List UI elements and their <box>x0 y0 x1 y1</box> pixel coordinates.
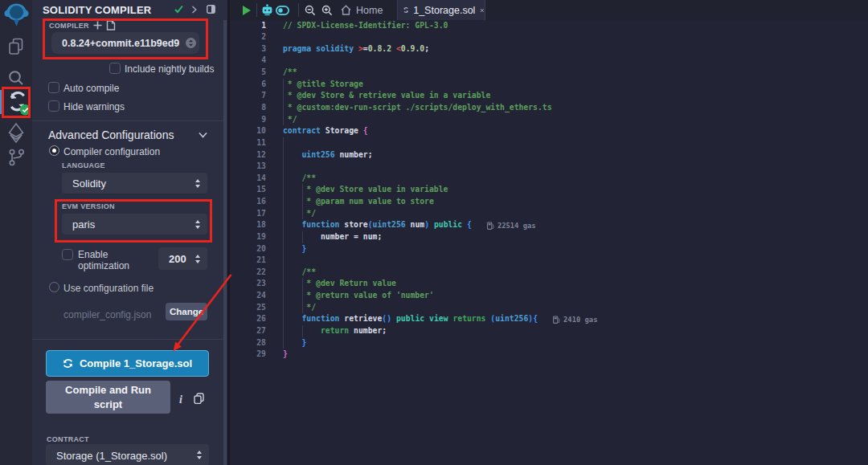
run-script-icon[interactable] <box>242 0 252 20</box>
code-line: contract Storage { <box>283 125 368 137</box>
line-number: 29 <box>230 349 266 361</box>
code-line: // SPDX-License-Identifier: GPL-3.0 <box>283 20 448 32</box>
code-editor[interactable]: 1// SPDX-License-Identifier: GPL-3.023pr… <box>230 20 868 465</box>
line-number: 9 <box>230 114 266 126</box>
editor-area: Home 1_Storage.sol 1// SPDX-License-Iden… <box>230 0 868 465</box>
nightly-checkbox[interactable] <box>109 63 121 74</box>
code-line: function retrieve() public view returns … <box>283 313 538 325</box>
use-config-file-label: Use configuration file <box>63 283 154 294</box>
line-number: 24 <box>230 290 266 302</box>
contract-value: Storage (1_Storage.sol) <box>56 449 167 461</box>
line-number: 19 <box>230 231 266 243</box>
chevron-down-icon[interactable] <box>199 132 207 138</box>
optimization-label: Enable optimization <box>78 249 129 271</box>
line-number: 6 <box>230 79 266 91</box>
remix-logo-icon[interactable] <box>0 2 32 27</box>
code-line: } <box>283 337 306 349</box>
code-line: * @dev Store & retrieve value in a varia… <box>283 90 490 102</box>
line-number: 17 <box>230 208 266 220</box>
nightly-label: Include nightly builds <box>125 63 214 75</box>
code-line: number = num; <box>283 231 382 243</box>
line-number: 22 <box>230 267 266 279</box>
line-number: 8 <box>230 102 266 114</box>
code-line: /** <box>283 267 316 279</box>
code-line: /** <box>283 173 316 185</box>
zoom-in-icon[interactable] <box>321 0 333 20</box>
auto-compile-checkbox[interactable] <box>48 82 59 93</box>
evm-version-value: paris <box>72 218 95 230</box>
language-select[interactable]: Solidity <box>62 173 207 194</box>
use-config-file-radio[interactable] <box>49 282 59 292</box>
compiled-check-icon <box>174 5 183 14</box>
panel-title: SOLIDITY COMPILER <box>43 4 151 16</box>
code-line: * @custom:dev-run-script ./scripts/deplo… <box>283 102 552 114</box>
language-value: Solidity <box>72 177 106 190</box>
home-tab[interactable]: Home <box>341 0 383 20</box>
open-file-icon[interactable] <box>106 20 116 31</box>
line-number: 7 <box>230 90 266 102</box>
file-tab-storage[interactable]: 1_Storage.sol <box>397 0 485 20</box>
code-line: * @title Storage <box>283 79 363 91</box>
line-number: 25 <box>230 302 266 314</box>
compiler-version-select[interactable]: 0.8.24+commit.e11b9ed9 <box>51 32 199 54</box>
gas-estimate: 22514 gas <box>487 219 536 231</box>
zoom-out-icon[interactable] <box>305 0 316 20</box>
info-icon[interactable]: i <box>179 394 182 406</box>
code-line: * @dev Store value in variable <box>283 184 448 196</box>
line-number: 2 <box>230 31 266 43</box>
git-icon[interactable] <box>0 149 32 166</box>
line-number: 20 <box>230 243 266 255</box>
code-line: } <box>283 243 306 255</box>
advanced-config-title[interactable]: Advanced Configurations <box>48 128 174 141</box>
line-number: 11 <box>230 137 266 149</box>
compile-button[interactable]: Compile 1_Storage.sol <box>46 350 209 377</box>
line-number: 23 <box>230 278 266 290</box>
chevron-right-icon[interactable] <box>191 6 197 14</box>
ai-assistant-icon[interactable] <box>261 0 273 20</box>
line-number: 27 <box>230 325 266 337</box>
code-line: uint256 number; <box>283 149 373 161</box>
icon-sidebar <box>0 0 32 465</box>
add-compiler-icon[interactable] <box>93 21 102 30</box>
optimization-runs-input[interactable]: 200 <box>158 247 207 270</box>
select-arrows-icon <box>194 178 201 188</box>
pin-panel-icon[interactable] <box>207 5 215 14</box>
solidity-compiler-icon[interactable] <box>0 91 32 116</box>
evm-version-select[interactable]: paris <box>62 214 207 235</box>
solidity-file-icon <box>403 5 408 15</box>
code-line: return number; <box>283 325 387 337</box>
editor-tabbar: Home 1_Storage.sol <box>230 0 868 20</box>
file-explorer-icon[interactable] <box>0 38 32 55</box>
code-line: */ <box>283 302 316 314</box>
compile-and-run-button[interactable]: Compile and Run script <box>46 381 170 414</box>
home-tab-label: Home <box>356 5 383 16</box>
section-divider <box>32 120 223 121</box>
refresh-icon <box>63 358 73 369</box>
optimization-checkbox[interactable] <box>62 249 73 260</box>
panel-editor-gap <box>227 0 230 465</box>
gas-pump-icon <box>487 222 494 230</box>
tabbar-separator <box>256 3 257 17</box>
line-number: 1 <box>230 20 266 32</box>
close-tab-icon[interactable] <box>480 6 485 14</box>
line-number: 28 <box>230 337 266 349</box>
panel-scrollbar[interactable] <box>223 20 227 465</box>
search-icon[interactable] <box>0 69 32 87</box>
compiler-config-radio[interactable] <box>49 145 59 156</box>
optimization-runs-value: 200 <box>169 253 186 265</box>
ai-toggle-icon[interactable] <box>276 0 289 20</box>
compiler-label: COMPILER <box>49 22 89 30</box>
deploy-run-icon[interactable] <box>0 123 32 143</box>
line-number: 4 <box>230 55 266 67</box>
code-line: * @param num value to store <box>283 196 434 208</box>
line-number: 3 <box>230 43 266 55</box>
section-divider <box>32 339 223 340</box>
evm-version-label: EVM VERSION <box>62 202 115 210</box>
change-config-button[interactable]: Change <box>166 303 207 320</box>
copy-icon[interactable] <box>194 393 204 404</box>
hide-warnings-checkbox[interactable] <box>48 100 59 112</box>
solidity-compiler-panel: SOLIDITY COMPILER COMPILER 0.8.24+commit… <box>32 0 227 465</box>
compile-button-label: Compile 1_Storage.sol <box>80 357 192 369</box>
code-line: function store(uint256 num) public { <box>283 219 472 231</box>
contract-select[interactable]: Storage (1_Storage.sol) <box>46 444 209 465</box>
